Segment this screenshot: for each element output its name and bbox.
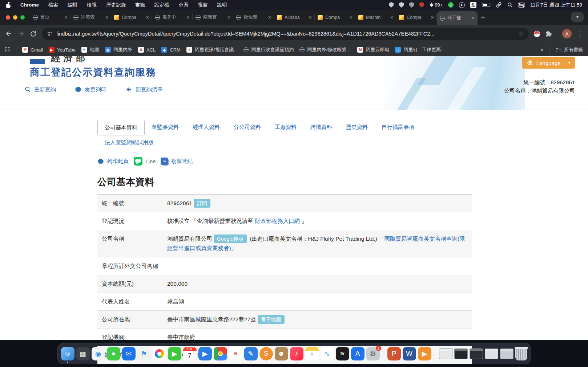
play-status-icon[interactable]: ▶ [459,2,465,8]
browser-tab-10[interactable]: Compa× [396,10,437,25]
browser-tab-7[interactable]: Alibaba× [274,10,315,25]
blue-docs-icon[interactable]: ✎ [244,347,258,360]
header-action-2[interactable]: 友善列印 [75,86,106,94]
tab-close-icon[interactable]: × [187,15,190,20]
aliwangwang-icon[interactable]: ☻ [275,347,288,360]
menu-item-1[interactable]: 檔案 [48,2,58,8]
bookmarks-overflow-chevron[interactable]: » [540,46,544,53]
zoom-window-button[interactable] [20,15,25,20]
menu-bar-clock[interactable]: 11月7日 週四 上午11:59 [530,2,582,8]
menu-item-6[interactable]: 設定檔 [154,2,169,8]
language-button[interactable]: Language ▾ [522,57,575,69]
bookmark-3[interactable]: ⚑地圖 [81,46,99,53]
extension-pokeball-icon[interactable] [534,31,540,37]
page-tab-7[interactable]: 歷史資料 [339,120,375,135]
battery-icon[interactable] [482,3,490,7]
minimized-window[interactable] [470,348,483,359]
extensions-icon[interactable] [545,30,552,37]
apple-menu-icon[interactable] [6,2,11,8]
mail-icon[interactable]: ✉ [122,347,136,360]
browser-tab-1[interactable]: 首页× [30,10,71,25]
minimized-window[interactable] [485,348,498,359]
page-tab-5[interactable]: 工廠資料 [268,120,303,135]
header-action-1[interactable]: 重新查詢 [25,86,56,94]
facetime-icon[interactable]: ▶ [168,347,181,360]
browser-tab-8[interactable]: Compa× [315,10,355,25]
bookmark-4[interactable]: ▦阿里内外 [105,46,132,53]
tab-corporate-network-trial[interactable]: 法人董監網絡試用版 [98,139,160,145]
calendar-icon[interactable]: 11月7 [183,347,197,360]
bookmark-6[interactable]: ◆CRM [161,46,181,53]
tab-close-icon[interactable]: × [227,15,230,20]
browser-tab-5[interactable]: 騏嶺實× [193,10,233,25]
trash-icon[interactable] [515,347,527,360]
chrome-menu-icon[interactable]: ⋮ [577,30,583,38]
bookmark-2[interactable]: ▶YouTube [49,46,76,53]
menu-item-3[interactable]: 檢視 [87,2,97,8]
site-info-icon[interactable] [47,31,53,37]
page-tab-8[interactable]: 自行揭露事項 [375,120,421,135]
shield-outline-icon[interactable] [409,2,414,8]
forward-button[interactable] [17,30,25,37]
spotlight-search-icon[interactable] [507,2,513,8]
back-button[interactable] [5,30,12,37]
notification-count-icon[interactable]: 99+ [430,2,443,8]
notes-icon[interactable]: ≡ [305,347,319,360]
shield-check-icon[interactable] [399,2,404,8]
tab-close-icon[interactable]: × [309,15,312,20]
shield-icon[interactable] [389,2,394,8]
apple-tv-icon[interactable]: tv [336,347,349,360]
tab-close-icon[interactable]: × [350,15,353,20]
tab-close-icon[interactable]: × [268,15,271,20]
page-tab-2[interactable]: 董監事資料 [145,120,186,135]
apps-grid-icon[interactable] [5,47,10,52]
bookmark-8[interactable]: 阿里行政會議室預約 [243,46,294,53]
bookmark-9[interactable]: 阿里內外/修改帳號.... [299,46,351,53]
page-tab-3[interactable]: 經理人資料 [186,120,227,135]
photos-icon[interactable] [153,347,166,360]
all-bookmarks-button[interactable]: 所有書籤 [556,46,583,53]
menu-item-4[interactable]: 歷史記錄 [106,2,126,8]
inline-link[interactable]: 財政部稅務入口網 [255,218,300,224]
menu-item-8[interactable]: 視窗 [198,2,208,8]
reminders-icon[interactable]: ≡ [229,347,242,360]
tab-close-icon[interactable]: × [390,15,393,20]
word-icon[interactable]: W [403,347,416,360]
badge-button[interactable]: 電子地圖 [258,315,285,324]
bookmark-7[interactable]: ✳阿里視訊/電話會議... [186,46,238,53]
music-icon[interactable]: ♪ [290,347,303,360]
badge-button[interactable]: 訂閱 [194,199,210,208]
browser-tab-9[interactable]: Machin× [355,10,396,25]
system-settings-icon[interactable]: ⚙1 [366,347,380,360]
browser-tab-4[interactable]: 服务中× [152,10,193,25]
orange-video-icon[interactable]: ▶ [418,347,431,360]
maps-icon[interactable]: ⚑ [137,347,151,360]
print-page-link[interactable]: 列印此頁 [97,158,129,165]
browser-tab-2[interactable]: 冲突查× [71,10,111,25]
finder-icon[interactable]: ☺ [61,347,74,360]
tab-close-icon[interactable]: × [105,15,108,20]
minimized-window[interactable] [500,348,514,359]
tab-close-icon[interactable]: × [65,15,68,20]
page-tab-4[interactable]: 分公司資料 [227,120,268,135]
copy-link-button[interactable]: ∞ 複製連結 [161,158,193,165]
mcafee-icon[interactable] [419,2,424,8]
bookmark-1[interactable]: MGmail [22,46,43,53]
minimized-window[interactable] [439,348,452,359]
app-store-icon[interactable]: A [351,347,365,360]
profile-avatar[interactable]: A [562,29,572,38]
menu-item-5[interactable]: 書籤 [135,2,145,8]
control-center-icon[interactable] [518,3,525,8]
green-check-icon[interactable]: ✓ [448,2,454,8]
line-share-link[interactable]: Line [134,157,156,166]
chrome-icon[interactable] [214,347,227,360]
menu-item-7[interactable]: 分頁 [179,2,189,8]
bookmark-11[interactable]: ◗阿里钉 - 工作更高... [395,46,444,53]
orange-s-app-icon[interactable]: S [259,347,273,360]
browser-tab-6[interactable]: 匯恆豐× [233,10,274,25]
tab-close-icon[interactable]: × [431,15,434,20]
browser-tab-11[interactable]: 商工登× [437,11,478,25]
header-action-3[interactable]: 回查詢清單 [125,86,163,94]
browser-tab-3[interactable]: Compa× [111,10,152,25]
menu-chrome[interactable]: Chrome [20,2,39,8]
